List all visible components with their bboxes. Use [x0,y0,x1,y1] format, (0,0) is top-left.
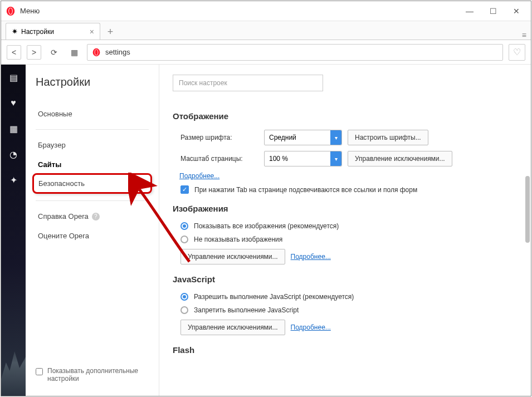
section-images-title: Изображения [173,204,518,213]
scrollbar[interactable] [525,176,530,243]
speed-dial-icon[interactable]: ▤ [7,71,19,84]
font-size-select[interactable]: Средний ▾ [264,130,342,145]
page-zoom-select[interactable]: 100 % ▾ [264,151,342,166]
images-show-radio[interactable] [180,222,188,230]
bookmarks-icon[interactable]: ♥ [7,97,19,109]
wallpaper-thumbnail [1,340,26,396]
separator [36,200,149,201]
images-hide-radio[interactable] [180,236,188,243]
chevron-down-icon: ▾ [330,130,341,145]
opera-logo-icon [6,6,16,16]
page-zoom-label: Масштаб страницы: [180,155,258,163]
bookmark-button[interactable]: ♡ [509,44,525,61]
extensions-icon[interactable]: ✦ [7,174,19,186]
back-button[interactable]: < [7,45,21,60]
images-exceptions-button[interactable]: Управление исключениями... [180,249,285,264]
highlight-annotation: Безопасность [32,173,152,194]
gear-icon: ✷ [12,27,18,36]
sidebar-item-rate[interactable]: Оцените Opera [36,226,149,246]
window-controls: — ☐ ✕ [463,7,526,16]
show-advanced-checkbox[interactable] [36,368,43,375]
show-advanced-toggle[interactable]: Показывать дополнительные настройки [36,367,149,385]
maximize-button[interactable]: ☐ [486,7,500,16]
tab-menu-button[interactable]: ≡ [522,31,526,40]
sidebar-title: Настройки [36,76,149,89]
sidebar-item-browser[interactable]: Браузер [36,135,149,155]
minimize-button[interactable]: — [463,7,476,16]
reload-button[interactable]: ⟳ [47,45,61,60]
tab-highlight-label: При нажатии Tab на странице подсвечивают… [194,186,417,194]
search-input[interactable]: Поиск настроек [173,75,323,91]
opera-url-icon [92,48,101,57]
forward-button[interactable]: > [27,45,41,60]
js-block-radio[interactable] [180,306,188,314]
url-input[interactable]: settings [87,44,503,61]
new-tab-button[interactable]: + [103,24,118,40]
images-more-link[interactable]: Подробнее... [291,253,331,261]
history-icon[interactable]: ◔ [7,148,19,160]
address-bar: < > ⟳ ▦ settings ♡ [1,40,531,65]
section-display-title: Отображение [173,111,518,121]
sidebar-item-security[interactable]: Безопасность [38,178,146,189]
chevron-down-icon: ▾ [330,151,341,166]
window-menu-label[interactable]: Меню [20,7,40,15]
js-more-link[interactable]: Подробнее... [291,324,331,331]
customize-fonts-button[interactable]: Настроить шрифты... [348,130,428,145]
content-area: ▤ ♥ ▦ ◔ ✦ Настройки Основные Браузер Сай… [1,65,531,396]
url-text: settings [105,48,130,56]
display-more-link[interactable]: Подробнее... [179,172,219,180]
left-icon-bar: ▤ ♥ ▦ ◔ ✦ [1,65,26,396]
browser-window: Меню — ☐ ✕ ✷ Настройки × + ≡ < > ⟳ ▦ set… [1,1,531,396]
speed-dial-button[interactable]: ▦ [67,45,81,60]
tab-close-icon[interactable]: × [90,27,94,36]
sidebar-item-sites[interactable]: Сайты [36,155,149,174]
tab-bar: ✷ Настройки × + ≡ [1,21,531,40]
sidebar-item-basic[interactable]: Основные [36,104,149,124]
zoom-exceptions-button[interactable]: Управление исключениями... [348,151,452,166]
font-size-label: Размер шрифта: [180,134,258,141]
tab-highlight-checkbox[interactable]: ✓ [180,185,189,194]
settings-main: Поиск настроек Отображение Размер шрифта… [159,65,531,396]
section-javascript-title: JavaScript [173,275,518,284]
js-exceptions-button[interactable]: Управление исключениями... [180,320,285,335]
settings-sidebar: Настройки Основные Браузер Сайты Безопас… [26,65,159,396]
section-flash-title: Flash [173,345,518,355]
js-allow-radio[interactable] [180,293,188,301]
tab-settings[interactable]: ✷ Настройки × [6,23,100,40]
close-button[interactable]: ✕ [510,7,523,16]
svg-point-2 [9,8,12,14]
tab-title: Настройки [21,28,54,36]
news-icon[interactable]: ▦ [7,122,19,135]
titlebar: Меню — ☐ ✕ [1,1,531,21]
help-icon: ? [92,213,100,220]
separator [36,129,149,130]
svg-point-5 [95,50,97,55]
sidebar-item-help[interactable]: Справка Opera ? [36,207,149,226]
